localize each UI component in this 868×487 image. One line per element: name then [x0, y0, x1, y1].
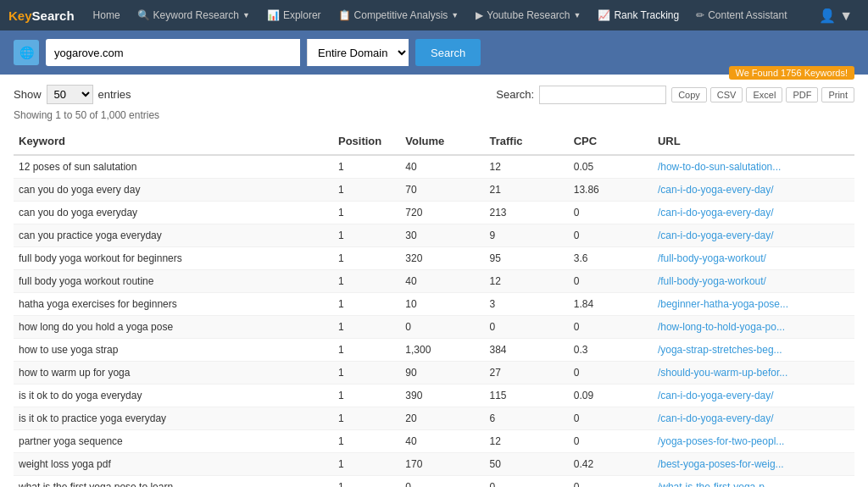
cell-keyword: partner yoga sequence [14, 430, 333, 453]
print-button[interactable]: Print [821, 87, 854, 102]
copy-button[interactable]: Copy [671, 87, 707, 102]
table-row: can you do yoga everyday 1 720 213 0 /ca… [14, 202, 854, 224]
show-label: Show [14, 88, 42, 101]
cell-keyword: is it ok to practice yoga everyday [14, 407, 333, 430]
cell-keyword: weight loss yoga pdf [14, 453, 333, 476]
chart-icon: 📊 [267, 9, 280, 21]
entries-label: entries [98, 88, 131, 101]
cell-volume: 170 [400, 453, 484, 476]
cell-url: /how-to-do-sun-salutation... [653, 155, 854, 179]
cell-cpc: 13.86 [569, 179, 653, 202]
cell-url: /full-body-yoga-workout/ [653, 270, 854, 293]
table-row: what is the first yoga pose to learn 1 0… [14, 476, 854, 488]
table-row: how to warm up for yoga 1 90 27 0 /shoul… [14, 362, 854, 385]
cell-keyword: what is the first yoga pose to learn [14, 476, 333, 488]
col-header-volume[interactable]: Volume [400, 128, 484, 155]
nav-rank-tracking[interactable]: 📈 Rank Tracking [591, 0, 686, 30]
cell-volume: 390 [400, 385, 484, 407]
csv-button[interactable]: CSV [710, 87, 743, 102]
cell-traffic: 12 [485, 430, 569, 453]
cell-traffic: 21 [485, 179, 569, 202]
cell-url: /can-i-do-yoga-every-day/ [653, 224, 854, 247]
cell-traffic: 384 [485, 339, 569, 362]
cell-volume: 40 [400, 270, 484, 293]
pdf-button[interactable]: PDF [786, 87, 818, 102]
cell-position: 1 [333, 362, 400, 385]
cell-keyword: 12 poses of sun salutation [14, 155, 333, 179]
cell-url: /can-i-do-yoga-every-day/ [653, 179, 854, 202]
nav-home[interactable]: Home [86, 0, 127, 30]
cell-cpc: 0 [569, 476, 653, 488]
cell-traffic: 3 [485, 293, 569, 316]
cell-url: /can-i-do-yoga-every-day/ [653, 385, 854, 407]
cell-keyword: can you do yoga every day [14, 179, 333, 202]
cell-traffic: 27 [485, 362, 569, 385]
nav-explorer[interactable]: 📊 Explorer [260, 0, 328, 30]
search-button[interactable]: Search [415, 39, 481, 66]
cell-traffic: 0 [485, 316, 569, 339]
nav-youtube-research[interactable]: ▶ Youtube Research ▼ [469, 0, 587, 30]
url-link[interactable]: /yoga-strap-stretches-beg... [658, 344, 782, 356]
nav-competitive-analysis[interactable]: 📋 Competitive Analysis ▼ [331, 0, 466, 30]
brand-logo[interactable]: KeySearch [8, 8, 75, 23]
cell-cpc: 1.84 [569, 293, 653, 316]
col-header-traffic[interactable]: Traffic [485, 128, 569, 155]
table-row: hatha yoga exercises for beginners 1 10 … [14, 293, 854, 316]
url-link[interactable]: /full-body-yoga-workout/ [658, 252, 766, 264]
url-link[interactable]: /yoga-poses-for-two-peopl... [658, 435, 784, 447]
toolbar-right: We Found 1756 Keywords! Search: Copy CSV… [496, 86, 854, 104]
user-menu-button[interactable]: 👤 ▼ [812, 8, 860, 24]
navbar: KeySearch Home 🔍 Keyword Research ▼ 📊 Ex… [0, 0, 868, 30]
cell-position: 1 [333, 476, 400, 488]
domain-icon: 🌐 [14, 40, 39, 65]
url-link[interactable]: /can-i-do-yoga-every-day/ [658, 230, 774, 241]
cell-cpc: 0 [569, 316, 653, 339]
cell-cpc: 0 [569, 430, 653, 453]
table-search-input[interactable] [539, 86, 666, 104]
cell-url: /what-is-the-first-yoga-p... [653, 476, 854, 488]
url-link[interactable]: /how-long-to-hold-yoga-po... [658, 321, 785, 333]
url-link[interactable]: /can-i-do-yoga-every-day/ [658, 184, 774, 196]
cell-volume: 70 [400, 179, 484, 202]
url-link[interactable]: /can-i-do-yoga-every-day/ [658, 390, 774, 401]
cell-position: 1 [333, 385, 400, 407]
toolbar-left: Show 50 25 100 entries [14, 85, 131, 104]
url-link[interactable]: /should-you-warm-up-befor... [658, 367, 787, 379]
cell-url: /can-i-do-yoga-every-day/ [653, 407, 854, 430]
col-header-keyword[interactable]: Keyword [14, 128, 333, 155]
col-header-url[interactable]: URL [653, 128, 854, 155]
url-link[interactable]: /best-yoga-poses-for-weig... [658, 458, 784, 470]
table-row: partner yoga sequence 1 40 12 0 /yoga-po… [14, 430, 854, 453]
export-buttons: Copy CSV Excel PDF Print [671, 87, 854, 102]
col-header-position[interactable]: Position [333, 128, 400, 155]
url-link[interactable]: /can-i-do-yoga-every-day/ [658, 207, 774, 219]
cell-url: /full-body-yoga-workout/ [653, 247, 854, 270]
trending-icon: 📈 [598, 9, 610, 21]
url-link[interactable]: /full-body-yoga-workout/ [658, 275, 766, 287]
cell-position: 1 [333, 224, 400, 247]
url-link[interactable]: /can-i-do-yoga-every-day/ [658, 412, 774, 424]
entries-select[interactable]: 50 25 100 [47, 85, 93, 104]
url-link[interactable]: /how-to-do-sun-salutation... [658, 161, 781, 173]
scope-select[interactable]: Entire Domain Subdomain URL [307, 39, 409, 66]
cell-volume: 90 [400, 362, 484, 385]
cell-position: 1 [333, 270, 400, 293]
cell-traffic: 115 [485, 385, 569, 407]
table-row: how long do you hold a yoga pose 1 0 0 0… [14, 316, 854, 339]
col-header-cpc[interactable]: CPC [569, 128, 653, 155]
edit-icon: ✏ [696, 9, 704, 21]
excel-button[interactable]: Excel [746, 87, 782, 102]
table-row: is it ok to practice yoga everyday 1 20 … [14, 407, 854, 430]
cell-url: /yoga-poses-for-two-peopl... [653, 430, 854, 453]
url-link[interactable]: /beginner-hatha-yoga-pose... [658, 298, 788, 310]
chevron-down-icon: ▼ [451, 11, 459, 19]
domain-input[interactable] [46, 39, 300, 66]
cell-keyword: hatha yoga exercises for beginners [14, 293, 333, 316]
cell-traffic: 9 [485, 224, 569, 247]
cell-position: 1 [333, 339, 400, 362]
nav-keyword-research[interactable]: 🔍 Keyword Research ▼ [131, 0, 257, 30]
table-row: weight loss yoga pdf 1 170 50 0.42 /best… [14, 453, 854, 476]
results-toolbar: Show 50 25 100 entries We Found 1756 Key… [14, 85, 854, 104]
url-link[interactable]: /what-is-the-first-yoga-p... [658, 481, 773, 487]
nav-content-assistant[interactable]: ✏ Content Assistant [689, 0, 793, 30]
